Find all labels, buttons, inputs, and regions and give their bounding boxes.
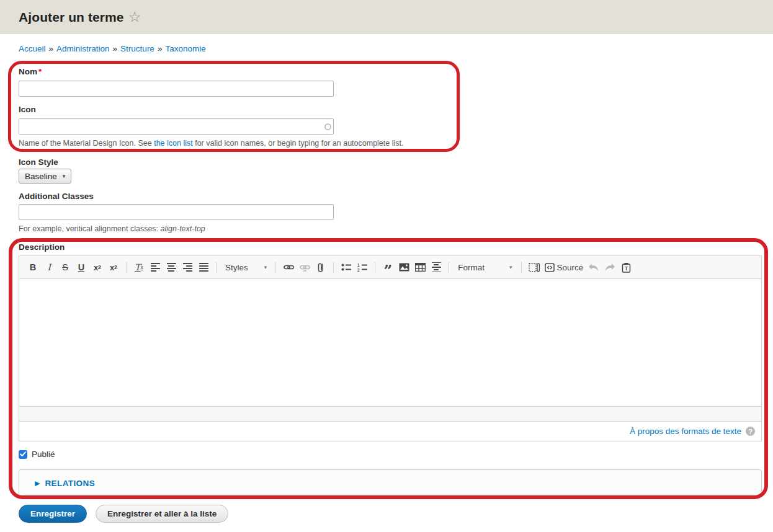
collapsed-triangle-icon: ▶ — [35, 479, 40, 487]
chevron-down-icon: ▾ — [264, 264, 267, 270]
icon-list-link[interactable]: the icon list — [154, 139, 193, 148]
link-button[interactable] — [281, 260, 296, 275]
align-center-icon — [167, 263, 176, 272]
chevron-down-icon: ▾ — [509, 264, 512, 270]
align-center-button[interactable] — [164, 260, 179, 275]
undo-icon — [588, 263, 599, 272]
favorite-star-icon[interactable]: ☆ — [128, 10, 141, 24]
icon-style-selected-value: Baseline — [25, 172, 57, 181]
insert-image-button[interactable] — [396, 260, 411, 275]
additional-classes-label: Additional Classes — [19, 192, 94, 201]
breadcrumb-separator: » — [49, 44, 54, 53]
bold-button[interactable]: B — [25, 260, 40, 275]
unlink-icon — [300, 262, 310, 272]
published-checkbox[interactable] — [19, 450, 27, 459]
nom-input[interactable] — [19, 81, 334, 97]
align-right-button[interactable] — [180, 260, 195, 275]
numbered-list-button[interactable]: 12 — [355, 260, 370, 275]
help-question-icon: ? — [746, 427, 755, 436]
source-icon — [545, 263, 555, 272]
toolbar-separator — [216, 262, 217, 273]
icon-style-select[interactable]: Baseline ▾ — [19, 169, 71, 184]
icon-style-label: Icon Style — [19, 157, 58, 167]
numbered-list-icon: 12 — [357, 263, 368, 272]
description-label: Description — [19, 242, 65, 252]
page-header: Ajouter un terme ☆ — [0, 0, 773, 34]
breadcrumb-link-structure[interactable]: Structure — [120, 44, 154, 53]
styles-dropdown[interactable]: Styles ▾ — [221, 260, 270, 275]
annotation-highlight-name-icon — [8, 61, 460, 152]
breadcrumb-separator: » — [158, 44, 163, 53]
relations-fieldset[interactable]: ▶ RELATIONS — [19, 469, 762, 497]
additional-classes-help-text: For example, veritical alignment classes… — [19, 224, 205, 233]
show-blocks-icon — [529, 263, 540, 272]
svg-text:2: 2 — [357, 268, 360, 272]
insert-table-button[interactable] — [413, 260, 427, 275]
svg-text:T: T — [625, 265, 628, 272]
align-left-button[interactable] — [148, 260, 163, 275]
nom-label: Nom* — [19, 67, 42, 76]
horizontal-rule-icon — [432, 262, 441, 273]
justify-button[interactable] — [196, 260, 211, 275]
breadcrumb-link-administration[interactable]: Administration — [56, 44, 110, 53]
required-marker: * — [38, 67, 42, 76]
about-text-formats-link[interactable]: À propos des formats de texte — [630, 427, 741, 436]
breadcrumb: Accueil»Administration»Structure»Taxonom… — [19, 44, 206, 53]
check-icon — [20, 451, 26, 457]
paste-text-button[interactable]: T — [619, 260, 633, 275]
bullet-list-icon — [341, 263, 352, 272]
paste-text-icon: T — [622, 262, 631, 273]
svg-text:1: 1 — [357, 263, 360, 267]
blockquote-button[interactable]: ” — [380, 260, 395, 275]
italic-button[interactable]: I — [42, 260, 56, 275]
breadcrumb-link-accueil[interactable]: Accueil — [19, 44, 46, 53]
breadcrumb-link-taxonomie[interactable]: Taxonomie — [165, 44, 205, 53]
class-example: align-text-top — [161, 224, 205, 233]
toolbar-separator — [275, 262, 276, 273]
breadcrumb-separator: » — [113, 44, 118, 53]
icon-help-text: Name of the Material Design Icon. See th… — [19, 139, 403, 148]
remove-format-button[interactable]: Tx — [132, 260, 146, 275]
editor-toolbar: B I S U x2 x2 Tx Styles ▾ — [19, 256, 761, 279]
bullet-list-button[interactable] — [339, 260, 354, 275]
superscript-button[interactable]: x2 — [90, 260, 105, 275]
editor-content-area[interactable] — [19, 279, 761, 406]
image-icon — [399, 263, 409, 272]
save-button[interactable]: Enregistrer — [19, 505, 87, 523]
toolbar-separator — [126, 262, 127, 273]
table-icon — [415, 263, 426, 272]
text-format-row: À propos des formats de texte ? — [19, 421, 761, 441]
attach-file-button[interactable] — [313, 260, 328, 275]
strikethrough-button[interactable]: S — [58, 260, 73, 275]
format-dropdown[interactable]: Format ▾ — [454, 260, 516, 275]
unlink-button[interactable] — [297, 260, 312, 275]
toolbar-separator — [375, 262, 375, 273]
editor-path-bar — [19, 406, 761, 421]
relations-legend[interactable]: RELATIONS — [45, 479, 95, 488]
redo-button[interactable] — [602, 260, 617, 275]
align-right-icon — [183, 263, 192, 272]
toolbar-separator — [521, 262, 522, 273]
subscript-button[interactable]: x2 — [106, 260, 121, 275]
toolbar-separator — [333, 262, 334, 273]
underline-button[interactable]: U — [74, 260, 89, 275]
add-term-page: Ajouter un terme ☆ Accueil»Administratio… — [0, 0, 773, 532]
source-button[interactable]: Source — [543, 260, 586, 275]
icon-autocomplete-input[interactable] — [19, 118, 334, 135]
paperclip-icon — [316, 262, 325, 273]
description-wysiwyg-editor: B I S U x2 x2 Tx Styles ▾ — [19, 255, 762, 441]
toolbar-separator — [449, 262, 449, 273]
link-icon — [284, 262, 294, 272]
align-left-icon — [151, 263, 160, 272]
page-title: Ajouter un terme — [19, 10, 124, 25]
save-and-go-to-list-button[interactable]: Enregistrer et aller à la liste — [96, 505, 228, 523]
form-actions: Enregistrer Enregistrer et aller à la li… — [19, 505, 228, 523]
redo-icon — [604, 263, 615, 272]
undo-button[interactable] — [586, 260, 601, 275]
icon-label: Icon — [19, 105, 36, 114]
published-label: Publié — [32, 450, 55, 459]
additional-classes-input[interactable] — [19, 204, 334, 220]
show-blocks-button[interactable] — [527, 260, 542, 275]
autocomplete-spinner-icon — [324, 123, 331, 130]
horizontal-rule-button[interactable] — [429, 260, 444, 275]
